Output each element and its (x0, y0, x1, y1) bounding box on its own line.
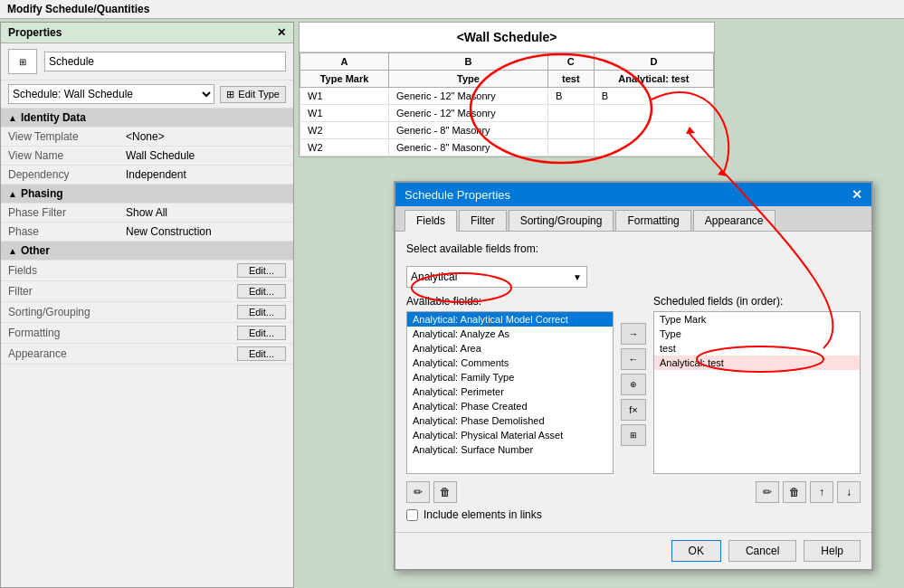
schedule-select-row: Schedule: Wall Schedule ⊞ Edit Type (1, 81, 293, 109)
edit-type-icon: ⊞ (226, 89, 234, 100)
col-analytical-test: Analytical: test (594, 71, 713, 88)
add-field-button[interactable]: → (621, 323, 646, 345)
col-test: test (547, 71, 594, 88)
tab-sorting-grouping[interactable]: Sorting/Grouping (509, 210, 614, 231)
app-title: Modify Schedule/Quantities (7, 3, 149, 15)
select-fields-row: Select available fields from: (406, 242, 861, 259)
right-edit-btn[interactable]: ✏ (756, 481, 779, 503)
list-item[interactable]: Analytical: Physical Material Asset (407, 428, 613, 442)
list-item[interactable]: Analytical: Surface Number (407, 442, 613, 457)
phase-row: Phase New Construction (1, 223, 293, 242)
phasing-header[interactable]: ▲ Phasing (1, 185, 293, 204)
help-button[interactable]: Help (804, 540, 861, 562)
tab-appearance[interactable]: Appearance (693, 210, 776, 231)
scheduled-fields-area: Scheduled fields (in order): Type Mark T… (653, 295, 861, 474)
schedule-table-title: <Wall Schedule> (300, 23, 714, 52)
phasing-section: ▲ Phasing Phase Filter Show All Phase Ne… (1, 185, 293, 242)
formatting-row: Formatting Edit... (1, 323, 293, 344)
tab-filter[interactable]: Filter (459, 210, 507, 231)
combine-button[interactable]: ⊞ (621, 424, 646, 446)
schedule-icon: ⊞ (8, 49, 37, 74)
dialog-body: Select available fields from: Analytical… (395, 232, 871, 532)
add-param-icon: ⊕ (630, 380, 637, 389)
list-item[interactable]: Analytical: Phase Created (407, 399, 613, 413)
appearance-edit-button[interactable]: Edit... (237, 346, 286, 361)
move-down-btn[interactable]: ↓ (837, 481, 861, 503)
fields-edit-button[interactable]: Edit... (237, 263, 286, 278)
list-item[interactable]: Analytical: Family Type (407, 370, 613, 384)
dialog-title: Schedule Properties (404, 188, 510, 202)
bottom-icon-row: ✏ 🗑 ✏ 🗑 ↑ ↓ (406, 481, 861, 503)
filter-row: Filter Edit... (1, 281, 293, 302)
left-icon-group: ✏ 🗑 (406, 481, 457, 503)
table-row: W2 Generic - 8" Masonry (300, 122, 714, 139)
remove-field-button[interactable]: ← (621, 348, 646, 370)
tab-formatting[interactable]: Formatting (615, 210, 690, 231)
dialog-tabs: Fields Filter Sorting/Grouping Formattin… (395, 206, 871, 232)
schedule-properties-dialog: Schedule Properties ✕ Fields Filter Sort… (394, 181, 873, 571)
table-row: W1 Generic - 12" Masonry (300, 105, 714, 122)
formatting-edit-button[interactable]: Edit... (237, 326, 286, 340)
col-header-c: C (547, 53, 594, 71)
other-header[interactable]: ▲ Other (1, 242, 293, 261)
filter-edit-button[interactable]: Edit... (237, 284, 286, 299)
sched-item-highlighted[interactable]: Analytical: test (654, 356, 860, 370)
add-param-button[interactable]: ⊕ (621, 374, 646, 395)
formula-button[interactable]: f× (621, 399, 646, 421)
fields-middle-buttons: → ← ⊕ f× ⊞ (621, 295, 646, 474)
available-fields-area: Available fields: Analytical: Analytical… (406, 295, 614, 474)
right-delete-btn[interactable]: 🗑 (783, 481, 806, 503)
schedule-type-dropdown[interactable]: Schedule (44, 52, 286, 71)
table-row: W2 Generic - 8" Masonry (300, 139, 714, 156)
available-fields-label: Available fields: (406, 295, 614, 308)
list-item[interactable]: Analytical: Analytical Model Correct (407, 312, 613, 327)
include-elements-label: Include elements in links (423, 508, 542, 521)
identity-data-header[interactable]: ▲ Identity Data (1, 109, 293, 128)
fields-row: Fields Edit... (1, 261, 293, 281)
dialog-close-button[interactable]: ✕ (852, 187, 862, 202)
scheduled-fields-listbox[interactable]: Type Mark Type test Analytical: test (653, 311, 861, 474)
checkbox-row: Include elements in links (406, 508, 861, 521)
include-elements-checkbox[interactable] (406, 509, 418, 521)
identity-data-section: ▲ Identity Data View Template <None> Vie… (1, 109, 293, 185)
analytical-dropdown-container: Analytical Architecture Structure Common… (406, 266, 587, 288)
dependency-row: Dependency Independent (1, 166, 293, 185)
tab-fields[interactable]: Fields (404, 210, 457, 232)
properties-title: Properties (8, 26, 62, 39)
move-up-btn[interactable]: ↑ (810, 481, 833, 503)
schedule-view-select[interactable]: Schedule: Wall Schedule (8, 84, 214, 104)
view-name-row: View Name Wall Schedule (1, 147, 293, 166)
other-section: ▲ Other Fields Edit... Filter Edit... So… (1, 242, 293, 365)
cancel-button[interactable]: Cancel (728, 540, 796, 562)
col-type: Type (389, 71, 548, 88)
edit-field-icon-btn[interactable]: ✏ (406, 481, 430, 503)
add-field-icon: → (629, 328, 639, 339)
sched-item[interactable]: Type Mark (654, 312, 860, 327)
col-header-d: D (594, 53, 713, 71)
schedule-table: A B C D Type Mark Type test Analytical: … (300, 52, 714, 156)
available-fields-listbox[interactable]: Analytical: Analytical Model Correct Ana… (406, 311, 614, 474)
list-item[interactable]: Analytical: Area (407, 341, 613, 356)
ok-button[interactable]: OK (671, 540, 721, 562)
col-type-mark: Type Mark (300, 71, 389, 88)
properties-close[interactable]: ✕ (277, 26, 286, 39)
view-template-row: View Template <None> (1, 128, 293, 147)
sorting-edit-button[interactable]: Edit... (237, 305, 286, 319)
available-fields-dropdown[interactable]: Analytical Architecture Structure Common (406, 266, 587, 288)
properties-panel: Properties ✕ ⊞ Schedule Schedule: Wall S… (0, 22, 294, 588)
formula-icon: f× (629, 404, 637, 415)
sched-item[interactable]: Type (654, 327, 860, 341)
combine-icon: ⊞ (630, 431, 637, 440)
title-bar: Modify Schedule/Quantities (0, 0, 904, 19)
list-item[interactable]: Analytical: Comments (407, 356, 613, 370)
list-item[interactable]: Analytical: Perimeter (407, 384, 613, 399)
appearance-row: Appearance Edit... (1, 344, 293, 365)
delete-field-icon-btn[interactable]: 🗑 (433, 481, 457, 503)
select-fields-label: Select available fields from: (406, 242, 538, 255)
sched-item[interactable]: test (654, 341, 860, 356)
remove-field-icon: ← (629, 354, 639, 365)
list-item[interactable]: Analytical: Phase Demolished (407, 413, 613, 428)
list-item[interactable]: Analytical: Analyze As (407, 327, 613, 341)
edit-type-button[interactable]: ⊞ Edit Type (220, 86, 286, 103)
table-row: W1 Generic - 12" Masonry B B (300, 88, 714, 105)
